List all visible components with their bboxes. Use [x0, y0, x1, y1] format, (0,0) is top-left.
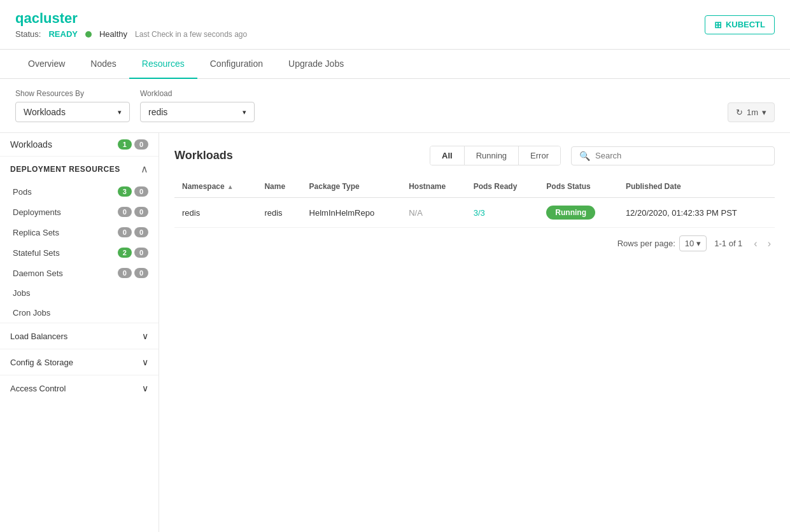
- cell-published-date: 12/20/2020, 01:42:33 PM PST: [618, 198, 775, 228]
- th-pods-status: Pods Status: [539, 176, 618, 198]
- cell-name: redis: [257, 198, 301, 228]
- rows-per-page-label: Rows per page:: [617, 239, 675, 248]
- load-balancers-label: Load Balancers: [10, 332, 67, 341]
- tab-nodes[interactable]: Nodes: [78, 50, 129, 79]
- deployments-badges: 0 0: [118, 207, 148, 217]
- tab-overview[interactable]: Overview: [15, 50, 78, 79]
- sidebar-item-cron-jobs[interactable]: Cron Jobs: [0, 303, 159, 323]
- last-check: Last Check in a few seconds ago: [135, 30, 247, 39]
- page-nav: ‹ ›: [750, 237, 775, 251]
- next-page-button[interactable]: ›: [764, 237, 775, 251]
- th-package-type: Package Type: [302, 176, 402, 198]
- filter-tab-running[interactable]: Running: [465, 146, 519, 165]
- sidebar-item-deployments[interactable]: Deployments 0 0: [0, 202, 159, 222]
- cell-hostname: N/A: [401, 198, 465, 228]
- kubectl-button[interactable]: ⊞ KUBECTL: [705, 15, 775, 34]
- table-header: Namespace ▲ Name Package Type Hostname P…: [174, 176, 775, 198]
- pods-error-badge: 0: [134, 186, 148, 197]
- access-control-header[interactable]: Access Control ∨: [0, 375, 159, 401]
- chevron-down-icon: ▾: [118, 108, 122, 116]
- filter-tab-error[interactable]: Error: [519, 146, 560, 165]
- content-inner: Workloads All Running Error 🔍: [159, 133, 790, 272]
- config-storage-header[interactable]: Config & Storage ∨: [0, 349, 159, 375]
- filter-bar: Show Resources By Workloads ▾ Workload r…: [0, 79, 790, 133]
- tab-configuration[interactable]: Configuration: [197, 50, 276, 79]
- workloads-label: Workloads: [10, 139, 52, 150]
- cluster-title: qacluster: [15, 10, 247, 27]
- th-namespace: Namespace ▲: [174, 176, 257, 198]
- sidebar: Workloads 1 0 Deployment Resources ∧ Pod…: [0, 133, 159, 532]
- workloads-table: Namespace ▲ Name Package Type Hostname P…: [174, 176, 775, 228]
- cell-namespace: redis: [174, 198, 257, 228]
- tabs-bar: Overview Nodes Resources Configuration U…: [0, 50, 790, 79]
- sidebar-item-workloads[interactable]: Workloads 1 0: [0, 133, 159, 157]
- deployment-resources-section: Deployment Resources ∧ Pods 3 0 Deployme…: [0, 157, 159, 323]
- status-label: Status:: [15, 29, 41, 39]
- kubectl-label: KUBECTL: [726, 20, 765, 29]
- deployments-count-badge: 0: [118, 207, 132, 217]
- tab-upgrade-jobs[interactable]: Upgrade Jobs: [276, 50, 356, 79]
- stateful-sets-label: Stateful Sets: [13, 248, 60, 258]
- cell-package-type: HelmInHelmRepo: [302, 198, 402, 228]
- collapse-icon: ∧: [141, 163, 148, 175]
- workloads-title: Workloads: [174, 149, 233, 162]
- sidebar-item-replica-sets[interactable]: Replica Sets 0 0: [0, 222, 159, 242]
- rows-per-page-select[interactable]: 10 ▾: [679, 235, 707, 251]
- load-balancers-header[interactable]: Load Balancers ∨: [0, 323, 159, 349]
- table-body: redis redis HelmInHelmRepo N/A 3/3 Runni…: [174, 198, 775, 228]
- filter-tab-all[interactable]: All: [430, 146, 465, 165]
- filter-controls: All Running Error 🔍: [430, 146, 775, 165]
- sidebar-item-pods[interactable]: Pods 3 0: [0, 181, 159, 202]
- workload-select[interactable]: redis ▾: [140, 102, 255, 122]
- config-storage-label: Config & Storage: [10, 358, 73, 367]
- pagination: Rows per page: 10 ▾ 1-1 of 1 ‹ ›: [174, 228, 775, 259]
- jobs-label: Jobs: [13, 288, 30, 298]
- pods-badges: 3 0: [118, 186, 148, 197]
- show-by-select[interactable]: Workloads ▾: [15, 102, 130, 122]
- show-by-value: Workloads: [24, 107, 66, 117]
- sidebar-item-daemon-sets[interactable]: Daemon Sets 0 0: [0, 263, 159, 283]
- th-published-date: Published Date: [618, 176, 775, 198]
- replica-sets-count-badge: 0: [118, 227, 132, 237]
- refresh-interval: 1m: [747, 108, 758, 117]
- show-by-group: Show Resources By Workloads ▾: [15, 89, 130, 122]
- th-name: Name: [257, 176, 301, 198]
- deployments-label: Deployments: [13, 207, 61, 217]
- terminal-icon: ⊞: [714, 20, 722, 30]
- rows-per-page: Rows per page: 10 ▾: [617, 235, 707, 251]
- config-storage-section: Config & Storage ∨: [0, 349, 159, 375]
- sidebar-item-jobs[interactable]: Jobs: [0, 283, 159, 303]
- access-control-section: Access Control ∨: [0, 375, 159, 401]
- interval-chevron: ▾: [762, 108, 766, 117]
- deployment-resources-header[interactable]: Deployment Resources ∧: [0, 157, 159, 181]
- chevron-down-icon-2: ▾: [243, 108, 246, 116]
- workloads-badges: 1 0: [118, 139, 148, 150]
- page-info: 1-1 of 1: [714, 239, 742, 248]
- search-input[interactable]: [595, 151, 766, 160]
- daemon-sets-count-badge: 0: [118, 268, 132, 278]
- sidebar-item-stateful-sets[interactable]: Stateful Sets 2 0: [0, 242, 159, 263]
- table-header-row: Namespace ▲ Name Package Type Hostname P…: [174, 176, 775, 198]
- tab-resources[interactable]: Resources: [129, 50, 197, 79]
- search-icon: 🔍: [579, 151, 590, 161]
- refresh-button[interactable]: ↻ 1m ▾: [728, 102, 775, 122]
- status-bar: Status: READY Healthy Last Check in a fe…: [15, 29, 247, 39]
- search-box: 🔍: [571, 146, 775, 165]
- refresh-icon: ↻: [736, 108, 743, 117]
- stateful-sets-badges: 2 0: [118, 248, 148, 258]
- health-text: Healthy: [99, 29, 127, 39]
- workload-label: Workload: [140, 89, 255, 98]
- rows-chevron: ▾: [696, 239, 701, 248]
- workload-value: redis: [148, 107, 167, 117]
- prev-page-button[interactable]: ‹: [750, 237, 761, 251]
- cell-pods-ready: 3/3: [466, 198, 539, 228]
- workloads-header: Workloads All Running Error 🔍: [174, 146, 775, 165]
- table-row[interactable]: redis redis HelmInHelmRepo N/A 3/3 Runni…: [174, 198, 775, 228]
- cell-pods-status: Running: [539, 198, 618, 228]
- th-hostname: Hostname: [401, 176, 465, 198]
- workload-group: Workload redis ▾: [140, 89, 255, 122]
- load-balancers-section: Load Balancers ∨: [0, 323, 159, 349]
- main-content: Workloads 1 0 Deployment Resources ∧ Pod…: [0, 133, 790, 532]
- replica-sets-badges: 0 0: [118, 227, 148, 237]
- status-badge: Running: [546, 206, 595, 220]
